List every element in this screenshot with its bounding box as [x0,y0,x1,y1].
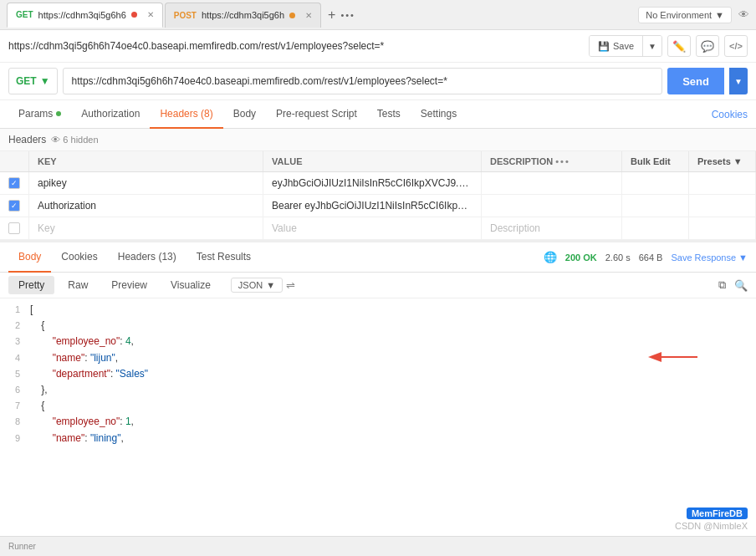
value-cell-3[interactable]: Value [263,217,482,240]
close-icon-get[interactable]: ✕ [147,10,154,19]
status-size: 664 B [639,252,663,263]
code-view[interactable]: 1 [ 2 { 3 "employee_no": 4, 4 "name": "l… [0,298,756,449]
resp-tab-test-results[interactable]: Test Results [186,242,261,273]
save-button-main[interactable]: 💾 Save [590,36,643,56]
bulk-cell-2 [622,195,689,217]
filter-icon[interactable]: ⇌ [286,279,295,292]
code-line-2: 2 { [0,318,756,334]
hidden-badge: 👁 6 hidden [51,135,98,145]
view-tab-visualize[interactable]: Visualize [161,276,221,294]
status-row: 🌐 200 OK 2.60 s 664 B Save Response ▼ [544,251,748,263]
view-tabs-row: Pretty Raw Preview Visualize JSON ▼ ⇌ ⧉ … [0,273,756,298]
tab-params[interactable]: Params [8,100,71,129]
comment-icon: 💬 [701,40,714,53]
edit-icon-btn[interactable]: ✏️ [667,35,691,57]
table-row: Key Value Description [0,217,756,240]
tab-settings[interactable]: Settings [411,100,467,129]
save-button[interactable]: 💾 Save ▼ [589,35,662,57]
more-tabs-button[interactable]: ••• [340,10,355,20]
value-truncate-2: Bearer eyJhbGciOiJIUzI1NiIsInR5cCI6IkpXV… [272,200,472,212]
comment-icon-btn[interactable]: 💬 [696,35,719,57]
url-display: https://cdhm3qi5g6h6h74oe4c0.baseapi.mem… [8,40,582,52]
checkbox-cell-3 [0,217,29,240]
resp-tab-cookies[interactable]: Cookies [51,242,107,273]
status-ok: 200 OK [565,252,597,263]
copy-icon[interactable]: ⧉ [718,278,726,292]
resp-tab-body[interactable]: Body [8,242,51,273]
more-options-icon[interactable]: ••• [555,156,570,166]
view-tab-pretty[interactable]: Pretty [8,276,54,294]
response-tabs-row: Body Cookies Headers (13) Test Results 🌐… [0,242,756,273]
code-icon: </> [729,41,743,51]
env-selector[interactable]: No Environment ▼ [638,7,732,23]
desc-cell-1[interactable] [482,172,622,195]
col-header-description: DESCRIPTION ••• [482,151,622,172]
bulk-cell-3 [622,217,689,240]
tab-tests[interactable]: Tests [367,100,411,129]
format-select[interactable]: JSON ▼ [231,278,283,293]
view-tab-raw[interactable]: Raw [58,276,98,294]
tab-bar: GET https://cdhm3qi5g6h6 ✕ POST https://… [0,0,756,30]
presets-chevron-icon: ▼ [733,156,743,166]
save-response-button[interactable]: Save Response ▼ [671,252,748,263]
checkbox-apikey[interactable]: ✓ [8,177,20,189]
key-placeholder: Key [38,222,55,234]
resp-tab-headers[interactable]: Headers (13) [108,242,186,273]
presets-button[interactable]: Presets ▼ [697,156,747,166]
method-select[interactable]: GET ▼ [8,68,58,94]
format-chevron-icon: ▼ [266,280,275,290]
code-line-6: 6 }, [0,382,756,398]
headers-table-container: KEY VALUE DESCRIPTION ••• Bulk Edit Pres… [0,151,756,240]
tab-body[interactable]: Body [223,100,266,129]
send-button[interactable]: Send [667,68,724,94]
params-dot [56,111,61,116]
value-placeholder: Value [272,222,297,234]
presets-cell-1 [689,172,756,195]
save-response-chevron-icon: ▼ [738,252,748,263]
col-header-presets: Presets ▼ [689,151,756,172]
col-header-check [0,151,29,172]
save-label: Save [613,41,634,51]
bulk-edit-button[interactable]: Bulk Edit [631,156,671,166]
value-cell-2[interactable]: Bearer eyJhbGciOiJIUzI1NiIsInR5cCI6IkpXV… [263,195,482,217]
send-dropdown-button[interactable]: ▼ [729,68,748,94]
checkbox-cell-1: ✓ [0,172,29,195]
view-tab-preview[interactable]: Preview [101,276,157,294]
presets-cell-2 [689,195,756,217]
desc-cell-2[interactable] [482,195,622,217]
tab-get[interactable]: GET https://cdhm3qi5g6h6 ✕ [7,3,163,28]
checkbox-cell-2: ✓ [0,195,29,217]
method-chevron-icon: ▼ [40,75,50,87]
checkbox-empty[interactable] [8,222,20,234]
pencil-icon: ✏️ [672,40,686,53]
eye-icon[interactable]: 👁 [738,8,749,21]
save-dropdown-arrow[interactable]: ▼ [643,36,662,56]
close-icon-post[interactable]: ✕ [305,11,312,20]
key-cell-1[interactable]: apikey [29,172,263,195]
cookies-link[interactable]: Cookies [712,109,748,120]
url-input[interactable] [63,68,663,94]
tab-post[interactable]: POST https://cdhm3qi5g6h ✕ [165,3,321,28]
col-header-bulk: Bulk Edit [622,151,689,172]
tab-authorization[interactable]: Authorization [71,100,150,129]
add-tab-button[interactable]: + [328,8,335,23]
tab-prerequest[interactable]: Pre-request Script [266,100,367,129]
search-icon[interactable]: 🔍 [734,279,748,292]
nav-tabs: Params Authorization Headers (8) Body Pr… [0,100,756,129]
tab-post-url: https://cdhm3qi5g6h [202,10,284,20]
table-row: ✓ apikey eyJhbGciOiJIUzI1NiIsInR5cCI6Ikp… [0,172,756,195]
col-header-key: KEY [29,151,263,172]
col-header-value: VALUE [263,151,482,172]
key-cell-2[interactable]: Authorization [29,195,263,217]
floppy-icon: 💾 [598,41,610,52]
desc-cell-3[interactable]: Description [482,217,622,240]
table-row: ✓ Authorization Bearer eyJhbGciOiJIUzI1N… [0,195,756,217]
value-cell-1[interactable]: eyJhbGciOiJIUzI1NiIsInR5cCI6IkpXVCJ9.ey.… [263,172,482,195]
key-cell-3[interactable]: Key [29,217,263,240]
checkbox-authorization[interactable]: ✓ [8,200,20,212]
desc-placeholder: Description [490,222,540,234]
code-icon-btn[interactable]: </> [724,35,748,57]
tab-headers[interactable]: Headers (8) [150,100,222,129]
url-actions: 💾 Save ▼ ✏️ 💬 </> [589,35,748,57]
method-value: GET [16,75,37,87]
